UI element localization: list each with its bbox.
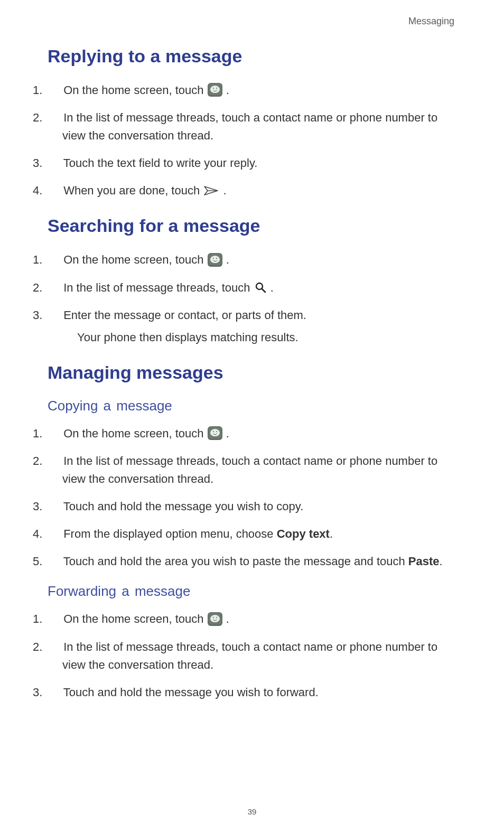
step-number: 1. bbox=[48, 251, 60, 269]
running-header: Messaging bbox=[48, 16, 454, 27]
step-number: 3. bbox=[48, 306, 60, 324]
bold-text: Copy text bbox=[277, 527, 330, 540]
step-number: 3. bbox=[48, 498, 60, 516]
step-text: Touch and hold the message you wish to f… bbox=[63, 686, 319, 699]
messaging-app-icon bbox=[208, 83, 222, 96]
step-text: Touch and hold the area you wish to past… bbox=[63, 555, 408, 568]
step-text-post: . bbox=[226, 612, 229, 625]
step-text: Enter the message or contact, or parts o… bbox=[63, 308, 306, 322]
step-text: In the list of message threads, touch bbox=[63, 281, 254, 294]
heading-searching: Searching for a message bbox=[48, 216, 456, 236]
messaging-app-icon bbox=[208, 613, 222, 625]
step-text: In the list of message threads, touch a … bbox=[62, 454, 437, 485]
step: 3. Touch and hold the message you wish t… bbox=[48, 684, 456, 701]
step: 5. Touch and hold the area you wish to p… bbox=[48, 553, 456, 570]
messaging-app-icon bbox=[208, 254, 222, 266]
document-page: Messaging Replying to a message 1. On th… bbox=[0, 0, 504, 833]
step-text: . bbox=[440, 555, 443, 568]
step: 1. On the home screen, touch . bbox=[48, 251, 456, 269]
step-number: 2. bbox=[48, 279, 60, 297]
step-number: 2. bbox=[48, 638, 60, 656]
subheading-copying: Copying a message bbox=[48, 398, 456, 414]
step-number: 3. bbox=[48, 684, 60, 701]
send-icon bbox=[204, 185, 219, 196]
step-text-post: . bbox=[270, 281, 274, 294]
step: 1. On the home screen, touch . bbox=[48, 81, 456, 99]
step-text: Touch the text field to write your reply… bbox=[63, 156, 258, 170]
step-number: 2. bbox=[48, 452, 60, 470]
step-text-post: . bbox=[223, 184, 226, 197]
step-number: 3. bbox=[48, 154, 60, 172]
step: 3. Enter the message or contact, or part… bbox=[48, 306, 456, 347]
step-number: 4. bbox=[48, 525, 60, 543]
step: 2. In the list of message threads, touch… bbox=[48, 452, 456, 488]
step-text: From the displayed option menu, choose bbox=[63, 527, 277, 540]
step-text-post: . bbox=[226, 427, 229, 440]
svg-line-2 bbox=[262, 289, 265, 292]
step-number: 1. bbox=[48, 610, 60, 628]
step-text: On the home screen, touch bbox=[63, 83, 207, 97]
step-continuation: Your phone then displays matching result… bbox=[62, 329, 456, 347]
step: 4. When you are done, touch . bbox=[48, 182, 456, 200]
step: 1. On the home screen, touch . bbox=[48, 425, 456, 443]
step-text: In the list of message threads, touch a … bbox=[62, 640, 437, 671]
step: 2. In the list of message threads, touch… bbox=[48, 638, 456, 674]
bold-text: Paste bbox=[408, 555, 440, 568]
step-text-post: . bbox=[226, 253, 229, 266]
steps-forwarding: 1. On the home screen, touch . 2. In the… bbox=[48, 610, 456, 701]
steps-replying: 1. On the home screen, touch . 2. In the… bbox=[48, 81, 456, 200]
step-number: 2. bbox=[48, 109, 60, 127]
step-text: . bbox=[330, 527, 333, 540]
page-number: 39 bbox=[0, 807, 504, 816]
steps-searching: 1. On the home screen, touch . 2. In the… bbox=[48, 251, 456, 346]
step: 4. From the displayed option menu, choos… bbox=[48, 525, 456, 543]
step-number: 4. bbox=[48, 182, 60, 200]
search-icon bbox=[255, 282, 266, 293]
step: 2. In the list of message threads, touch… bbox=[48, 109, 456, 145]
step: 1. On the home screen, touch . bbox=[48, 610, 456, 628]
step: 2. In the list of message threads, touch… bbox=[48, 279, 456, 297]
step-text: When you are done, touch bbox=[63, 184, 203, 197]
step: 3. Touch the text field to write your re… bbox=[48, 154, 456, 172]
heading-replying: Replying to a message bbox=[48, 46, 456, 67]
step-text: On the home screen, touch bbox=[63, 612, 207, 625]
step-text: On the home screen, touch bbox=[63, 427, 207, 440]
step-text: In the list of message threads, touch a … bbox=[62, 111, 437, 142]
heading-managing: Managing messages bbox=[48, 362, 456, 383]
step-number: 5. bbox=[48, 553, 60, 570]
step: 3. Touch and hold the message you wish t… bbox=[48, 498, 456, 516]
subheading-forwarding: Forwarding a message bbox=[48, 583, 456, 600]
step-text-post: . bbox=[226, 83, 229, 97]
messaging-app-icon bbox=[208, 427, 222, 439]
step-number: 1. bbox=[48, 425, 60, 443]
steps-copying: 1. On the home screen, touch . 2. In the… bbox=[48, 425, 456, 571]
step-text: On the home screen, touch bbox=[63, 253, 207, 266]
step-number: 1. bbox=[48, 81, 60, 99]
step-text: Touch and hold the message you wish to c… bbox=[63, 500, 304, 513]
